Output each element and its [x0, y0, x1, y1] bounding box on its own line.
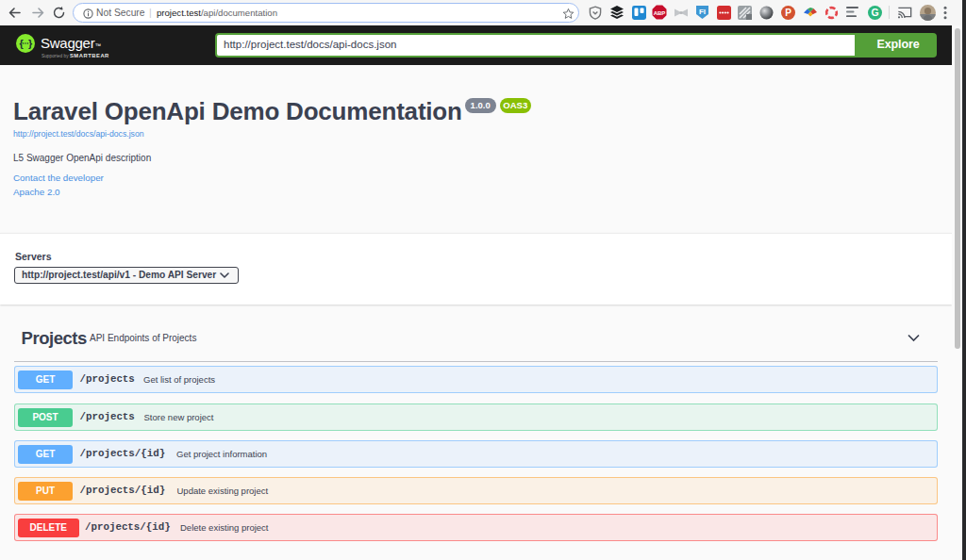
svg-text:G: G [872, 7, 879, 18]
svg-text:FI: FI [699, 8, 706, 16]
svg-text:P: P [785, 8, 791, 18]
svg-text:ABP: ABP [654, 10, 666, 16]
